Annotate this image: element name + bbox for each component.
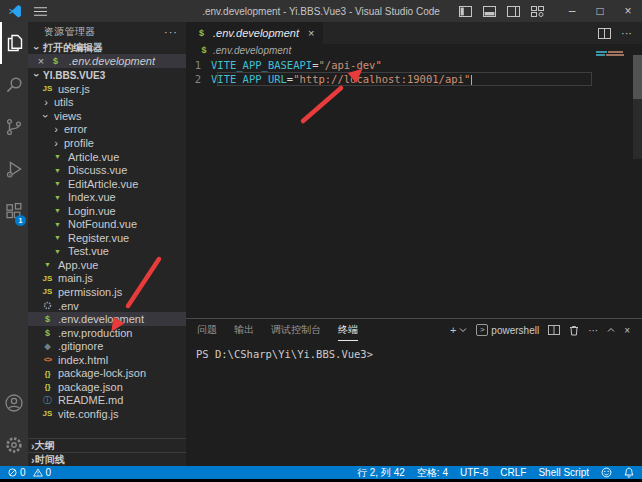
status-indentation[interactable]: 空格: 4 bbox=[417, 466, 448, 480]
tree-item-.env.production[interactable]: $.env.production bbox=[28, 326, 186, 340]
file-name: Article.vue bbox=[68, 151, 119, 163]
tab-env-development[interactable]: $ .env.development × bbox=[186, 22, 324, 44]
panel-tab-调试控制台[interactable]: 调试控制台 bbox=[271, 319, 321, 341]
token[interactable]: http://localhost:19001/api bbox=[300, 73, 464, 85]
file-name: Index.vue bbox=[68, 191, 116, 203]
search-icon[interactable] bbox=[0, 64, 28, 106]
run-debug-icon[interactable] bbox=[0, 148, 28, 190]
more-actions-icon[interactable]: ··· bbox=[621, 27, 632, 39]
html-file-icon: <> bbox=[41, 355, 54, 364]
env-file-icon: $ bbox=[195, 28, 208, 38]
tree-item-package-lock.json[interactable]: {}package-lock.json bbox=[28, 366, 186, 380]
panel-tab-输出[interactable]: 输出 bbox=[234, 319, 254, 341]
customize-layout-icon[interactable] bbox=[531, 6, 544, 17]
tree-item-Article.vue[interactable]: ▼Article.vue bbox=[28, 150, 186, 164]
tree-item-Login.vue[interactable]: ▼Login.vue bbox=[28, 204, 186, 218]
terminal-shell-selector[interactable]: >powershell bbox=[476, 324, 539, 336]
tree-item-Index.vue[interactable]: ▼Index.vue bbox=[28, 190, 186, 204]
toggle-secondary-sidebar-icon[interactable] bbox=[507, 6, 520, 17]
panel-tab-问题[interactable]: 问题 bbox=[197, 319, 217, 341]
code-line-2[interactable]: 2VITE_APP_URL="http://localhost:19001/ap… bbox=[186, 72, 642, 86]
tree-item-main.js[interactable]: JSmain.js bbox=[28, 272, 186, 286]
status-encoding[interactable]: UTF-8 bbox=[460, 467, 488, 478]
panel-tab-终端[interactable]: 终端 bbox=[338, 319, 358, 341]
extensions-icon[interactable]: 1 bbox=[0, 190, 28, 232]
timeline-section-header[interactable]: › 时间线 bbox=[28, 452, 186, 466]
tree-item-profile[interactable]: ›profile bbox=[28, 136, 186, 150]
terminal-content[interactable]: PS D:\CSharp\Yi\Yi.BBS.Vue3> bbox=[186, 341, 642, 360]
notifications-bell-icon[interactable] bbox=[624, 467, 634, 478]
tree-item-Test.vue[interactable]: ▼Test.vue bbox=[28, 245, 186, 259]
close-button[interactable]: × bbox=[614, 0, 642, 22]
more-actions-icon[interactable]: ··· bbox=[588, 325, 598, 336]
title-bar: .env.development - Yi.BBS.Vue3 - Visual … bbox=[0, 0, 642, 22]
source-control-icon[interactable] bbox=[0, 106, 28, 148]
js-file-icon: JS bbox=[41, 287, 54, 296]
file-name: views bbox=[54, 110, 82, 122]
explorer-icon[interactable] bbox=[0, 22, 28, 64]
file-name: Discuss.vue bbox=[68, 164, 127, 176]
file-name: error bbox=[64, 123, 87, 135]
shell-label: powershell bbox=[491, 325, 539, 336]
tree-item-Discuss.vue[interactable]: ▼Discuss.vue bbox=[28, 163, 186, 177]
close-icon[interactable]: × bbox=[35, 55, 47, 67]
chevron-down-icon[interactable] bbox=[459, 327, 467, 333]
file-name: utils bbox=[54, 96, 74, 108]
open-editor-name: .env.development bbox=[69, 55, 155, 67]
panel-tab-bar: 问题输出调试控制台终端+>powershell···× bbox=[186, 319, 642, 341]
tree-item-index.html[interactable]: <>index.html bbox=[28, 353, 186, 367]
project-root-header[interactable]: › YI.BBS.VUE3 bbox=[28, 68, 186, 82]
vscode-logo-icon bbox=[8, 4, 22, 18]
tree-item-Register.vue[interactable]: ▼Register.vue bbox=[28, 231, 186, 245]
tree-item-App.vue[interactable]: ▼App.vue bbox=[28, 258, 186, 272]
code-lines[interactable]: 1VITE_APP_BASEAPI="/api-dev"2VITE_APP_UR… bbox=[186, 58, 642, 86]
maximize-panel-icon[interactable] bbox=[607, 327, 615, 333]
toggle-panel-icon[interactable] bbox=[483, 6, 496, 17]
file-name: permission.js bbox=[58, 286, 122, 298]
kill-terminal-icon[interactable] bbox=[569, 325, 579, 336]
status-right: 行 2, 列 42空格: 4UTF-8CRLFShell Script bbox=[357, 466, 634, 480]
breadcrumb[interactable]: $ .env.development bbox=[186, 44, 642, 56]
status-cursor-position[interactable]: 行 2, 列 42 bbox=[357, 466, 405, 480]
toggle-sidebar-icon[interactable] bbox=[459, 6, 472, 17]
tree-item-.env.development[interactable]: $.env.development bbox=[28, 312, 186, 326]
more-actions-icon[interactable]: ··· bbox=[164, 26, 178, 38]
token: " bbox=[464, 73, 470, 85]
outline-section-header[interactable]: › 大纲 bbox=[28, 438, 186, 452]
env-file-icon: $ bbox=[41, 328, 54, 338]
tree-item-utils[interactable]: ›utils bbox=[28, 96, 186, 110]
tree-item-.env[interactable]: .env bbox=[28, 299, 186, 313]
split-editor-icon[interactable] bbox=[598, 28, 611, 39]
tree-item-views[interactable]: ›views bbox=[28, 109, 186, 123]
close-panel-icon[interactable]: × bbox=[624, 325, 630, 336]
feedback-smiley-icon[interactable] bbox=[601, 467, 612, 478]
file-name: .env.development bbox=[58, 313, 144, 325]
code-line-1[interactable]: 1VITE_APP_BASEAPI="/api-dev" bbox=[186, 58, 642, 72]
problems-status[interactable]: 0 0 bbox=[8, 467, 51, 478]
token: "/api-dev" bbox=[318, 59, 381, 71]
status-language-mode[interactable]: Shell Script bbox=[538, 467, 589, 478]
open-editor-item[interactable]: × $ .env.development bbox=[28, 54, 186, 68]
tree-item-EditArticle.vue[interactable]: ▼EditArticle.vue bbox=[28, 177, 186, 191]
status-eol[interactable]: CRLF bbox=[500, 467, 526, 478]
new-terminal-icon[interactable]: + bbox=[450, 324, 456, 336]
menu-icon[interactable] bbox=[34, 7, 47, 16]
editor-scrollbar[interactable] bbox=[633, 55, 642, 159]
breadcrumb-file: .env.development bbox=[213, 45, 291, 56]
tree-item-permission.js[interactable]: JSpermission.js bbox=[28, 285, 186, 299]
close-icon[interactable]: × bbox=[308, 27, 314, 39]
tree-item-user.js[interactable]: JSuser.js bbox=[28, 82, 186, 96]
tree-item-.gitignore[interactable]: ◆.gitignore bbox=[28, 339, 186, 353]
tree-item-error[interactable]: ›error bbox=[28, 123, 186, 137]
account-icon[interactable] bbox=[0, 382, 28, 424]
tree-item-README.md[interactable]: ⓘREADME.md bbox=[28, 394, 186, 408]
tree-item-vite.config.js[interactable]: JSvite.config.js bbox=[28, 407, 186, 421]
minimap[interactable] bbox=[596, 51, 628, 57]
minimize-button[interactable]: – bbox=[558, 0, 586, 22]
open-editors-header[interactable]: › 打开的编辑器 bbox=[28, 42, 186, 54]
tree-item-package.json[interactable]: {}package.json bbox=[28, 380, 186, 394]
settings-gear-icon[interactable] bbox=[0, 424, 28, 466]
split-terminal-icon[interactable] bbox=[548, 325, 560, 335]
tree-item-NotFound.vue[interactable]: ▼NotFound.vue bbox=[28, 217, 186, 231]
maximize-button[interactable]: □ bbox=[586, 0, 614, 22]
